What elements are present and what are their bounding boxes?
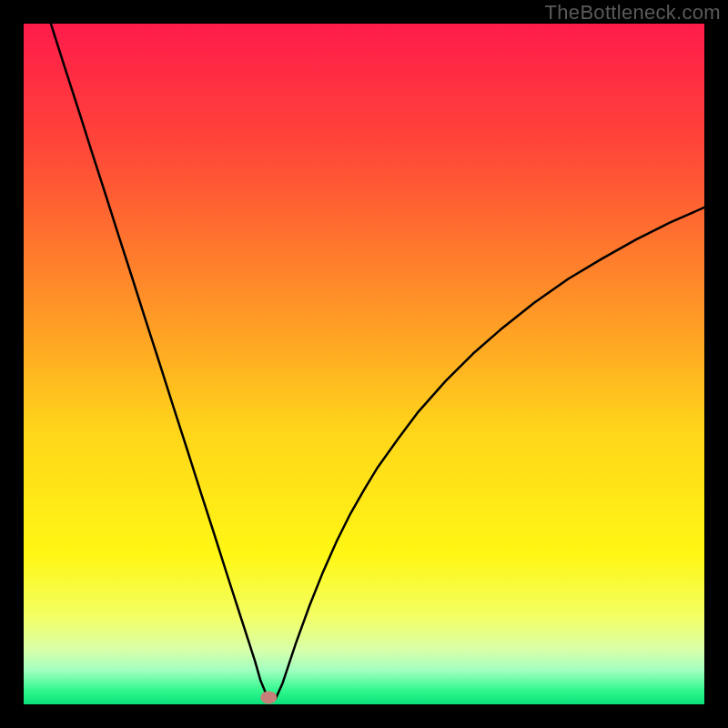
plot-area [24, 24, 704, 704]
optimal-point-marker [260, 692, 277, 704]
watermark-text: TheBottleneck.com [545, 1, 721, 25]
chart-frame: TheBottleneck.com [0, 0, 728, 728]
gradient-background [24, 24, 704, 704]
bottleneck-chart [24, 24, 704, 704]
